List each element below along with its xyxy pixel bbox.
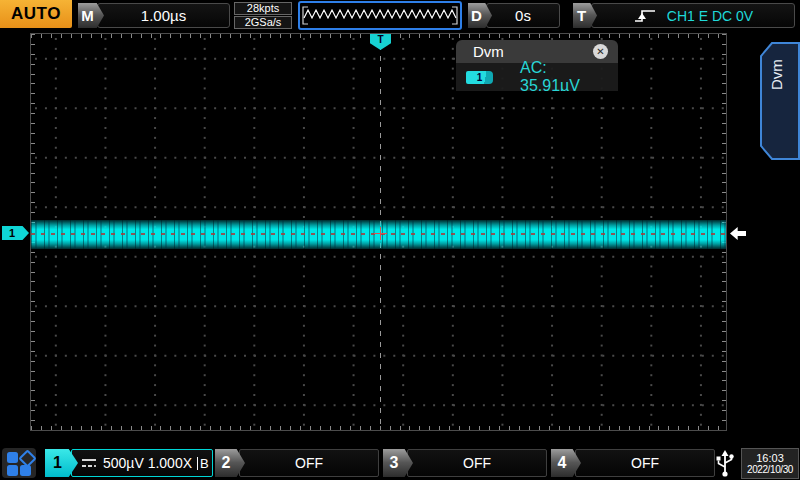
dvm-reading: AC: 35.91µV — [520, 59, 608, 91]
channel1-level-marker[interactable]: 1 — [2, 226, 29, 240]
bottom-bar: 1 500µV 1.000X B 2 OFF 3 OFF 4 OFF 16:03… — [0, 447, 800, 480]
bandwidth-limit-indicator: B — [197, 457, 209, 470]
waveform-preview — [298, 1, 462, 30]
clock: 16:03 2022/10/30 — [741, 448, 799, 479]
rising-edge-icon — [633, 7, 657, 25]
dvm-popup-body: 1 AC: 35.91µV — [456, 63, 618, 91]
menu-icon — [7, 452, 18, 463]
acquisition-info: 28kpts 2GSa/s — [234, 2, 292, 29]
trigger-info-text: CH1 E DC 0V — [667, 8, 753, 24]
timebase-value: 1.00µs — [97, 3, 230, 28]
auto-mode-button[interactable]: AUTO — [0, 0, 72, 28]
channel4-settings[interactable]: OFF — [575, 449, 715, 477]
dvm-channel-badge: 1 — [466, 71, 493, 84]
memory-depth: 28kpts — [234, 2, 292, 15]
dvm-side-tab-label[interactable]: Dvm — [768, 60, 785, 90]
usb-icon — [714, 449, 736, 478]
dvm-popup: Dvm ✕ 1 AC: 35.91µV — [456, 40, 618, 91]
sample-rate: 2GSa/s — [234, 16, 292, 29]
dvm-popup-title: Dvm — [473, 43, 504, 60]
trigger-point-cross-v — [380, 227, 381, 240]
trigger-level-arrow[interactable] — [730, 227, 746, 240]
date-display: 2022/10/30 — [747, 464, 793, 476]
dc-coupling-icon — [80, 457, 98, 469]
channel2-settings[interactable]: OFF — [239, 449, 379, 477]
channel1-settings[interactable]: 500µV 1.000X B — [71, 449, 213, 477]
trigger-status-box: CH1 E DC 0V — [591, 3, 795, 28]
waveform-preview-zigzag — [300, 3, 460, 28]
scope-graticule: T — [30, 33, 727, 431]
menu-button[interactable] — [2, 448, 36, 478]
channel3-settings[interactable]: OFF — [407, 449, 547, 477]
time-display: 16:03 — [756, 452, 784, 464]
close-icon[interactable]: ✕ — [593, 44, 608, 59]
menu-icon-square2 — [7, 465, 18, 476]
channel1-scale: 500µV 1.000X — [103, 455, 192, 471]
trigger-position-marker[interactable]: T — [370, 34, 391, 50]
delay-value: 0s — [486, 3, 560, 28]
bottom-ruler-ticks — [31, 426, 726, 430]
